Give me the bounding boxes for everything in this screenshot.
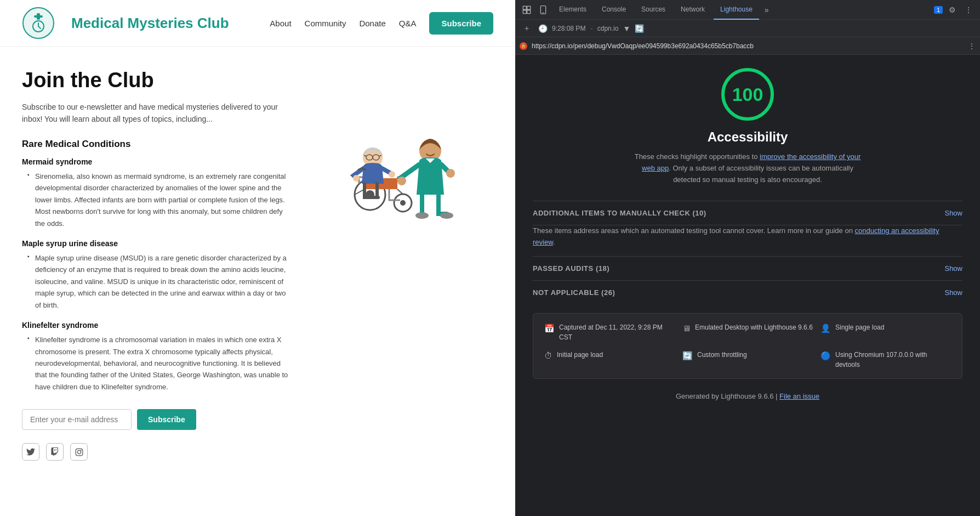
condition-title-maple: Maple syrup urine disease: [22, 239, 290, 248]
footer-single-page-text: Single page load: [835, 322, 884, 332]
manual-body-text: These items address areas which an autom…: [533, 226, 855, 235]
nav-link-community[interactable]: Community: [305, 19, 346, 28]
capture-domain: cdpn.io: [597, 25, 619, 32]
svg-rect-29: [527, 6, 531, 9]
svg-point-24: [397, 177, 406, 185]
audit-show-na[interactable]: Show: [944, 288, 962, 297]
chromium-icon: 🔵: [821, 351, 831, 361]
desc-text-1: These checks highlight opportunities to: [635, 152, 760, 161]
svg-point-8: [81, 450, 82, 451]
device-toolbar-button[interactable]: [536, 3, 550, 17]
footer-item-chromium: 🔵 Using Chromium 107.0.0.0 with devtools: [821, 350, 951, 370]
site-favicon: 🔒: [520, 42, 527, 50]
subscribe-button[interactable]: Subscribe: [137, 409, 196, 430]
footer-item-captured: 📅 Captured at Dec 11, 2022, 9:28 PM CST: [544, 322, 675, 342]
nav-link-donate[interactable]: Donate: [359, 19, 385, 28]
condition-mermaid: Mermaid syndrome Sirenomelia, also known…: [22, 157, 290, 229]
condition-list-maple: Maple syrup urine disease (MSUD) is a ra…: [22, 252, 290, 311]
twitter-icon[interactable]: [22, 443, 39, 461]
twitch-icon[interactable]: [46, 443, 64, 461]
audit-row-passed[interactable]: PASSED AUDITS (18) Show: [533, 256, 962, 280]
tab-elements[interactable]: Elements: [552, 0, 593, 20]
file-issue-link[interactable]: File an issue: [779, 392, 819, 400]
site-logo: [22, 7, 55, 39]
timer-icon: ⏱: [544, 351, 552, 360]
devtools-panel: Elements Console Sources Network Lightho…: [515, 0, 980, 516]
main-content: Join the Club Subscribe to our e-newslet…: [0, 47, 515, 483]
tab-sources[interactable]: Sources: [635, 0, 672, 20]
addr-separator: -: [590, 24, 592, 33]
social-icons: [22, 443, 290, 461]
score-circle: 100: [721, 68, 774, 121]
svg-rect-6: [76, 449, 83, 456]
desktop-icon: 🖥: [682, 324, 691, 333]
settings-button[interactable]: ⚙: [945, 3, 959, 17]
hero-illustration: [312, 69, 477, 222]
footer-item-throttling: 🔄 Custom throttling: [682, 350, 813, 370]
lighthouse-footer: 📅 Captured at Dec 11, 2022, 9:28 PM CST …: [533, 313, 962, 379]
generated-by-text: Generated by Lighthouse 9.6.6 |: [676, 392, 779, 400]
addr-clear-icon[interactable]: 🔄: [635, 24, 644, 33]
condition-list-klinefelter: Klinefelter syndrome is a chromosomal va…: [22, 334, 290, 393]
condition-maple: Maple syrup urine disease Maple syrup ur…: [22, 239, 290, 311]
clock-icon: 🕘: [538, 24, 548, 33]
condition-desc-maple: Maple syrup urine disease (MSUD) is a ra…: [27, 252, 290, 311]
tab-lighthouse[interactable]: Lighthouse: [714, 0, 759, 20]
speed-icon: 🔄: [682, 351, 693, 361]
audit-row-manual[interactable]: ADDITIONAL ITEMS TO MANUALLY CHECK (10) …: [533, 201, 962, 225]
svg-rect-30: [523, 10, 526, 13]
nav-subscribe-button[interactable]: Subscribe: [429, 12, 493, 35]
audit-label-passed: PASSED AUDITS (18): [533, 264, 609, 273]
svg-point-25: [446, 169, 455, 178]
website-panel: Medical Mysteries Club About Community D…: [0, 0, 515, 516]
footer-captured-text: Captured at Dec 11, 2022, 9:28 PM CST: [559, 322, 675, 342]
nav-link-qa[interactable]: Q&A: [399, 19, 417, 28]
navigation: Medical Mysteries Club About Community D…: [0, 0, 515, 47]
condition-title-mermaid: Mermaid syndrome: [22, 157, 290, 166]
footer-emulated-text: Emulated Desktop with Lighthouse 9.6.6: [695, 322, 813, 332]
footer-item-initial-load: ⏱ Initial page load: [544, 350, 675, 370]
footer-initial-text: Initial page load: [557, 350, 603, 360]
svg-rect-28: [523, 6, 526, 9]
inspect-element-button[interactable]: [520, 3, 534, 17]
tab-console[interactable]: Console: [595, 0, 633, 20]
audit-show-manual[interactable]: Show: [944, 209, 962, 217]
more-tabs-button[interactable]: »: [761, 5, 772, 14]
capture-time: 9:28:08 PM: [552, 25, 585, 32]
person-icon: 👤: [821, 324, 831, 333]
desc-text-2: . Only a subset of accessibility issues …: [669, 164, 853, 184]
footer-item-single-page: 👤 Single page load: [821, 322, 951, 342]
email-input[interactable]: [22, 409, 132, 430]
footer-chromium-text: Using Chromium 107.0.0.0 with devtools: [835, 350, 951, 370]
site-title: Medical Mysteries Club: [71, 15, 259, 32]
calendar-icon: 📅: [544, 324, 555, 333]
new-tab-button[interactable]: ＋: [520, 21, 534, 36]
nav-link-about[interactable]: About: [270, 19, 291, 28]
condition-title-klinefelter: Klinefelter syndrome: [22, 321, 290, 330]
audit-show-passed[interactable]: Show: [944, 264, 962, 273]
intro-text: Subscribe to our e-newsletter and have m…: [22, 101, 290, 126]
tab-network[interactable]: Network: [674, 0, 711, 20]
current-url: https://cdpn.io/pen/debug/VwdOaqp/ee0945…: [532, 42, 964, 50]
svg-point-21: [353, 175, 360, 182]
manual-check-body: These items address areas which an autom…: [533, 225, 962, 256]
audit-row-na[interactable]: NOT APPLICABLE (26) Show: [533, 280, 962, 304]
page-title: Join the Club: [22, 69, 290, 92]
more-options-button[interactable]: ⋮: [961, 3, 976, 17]
tab-badge: 1: [934, 6, 943, 14]
audit-sections: ADDITIONAL ITEMS TO MANUALLY CHECK (10) …: [533, 201, 962, 304]
footer-throttling-text: Custom throttling: [697, 350, 747, 360]
devtools-toolbar: Elements Console Sources Network Lightho…: [515, 0, 980, 20]
lighthouse-content: 100 Accessibility These checks highlight…: [515, 55, 980, 516]
instagram-icon[interactable]: [70, 443, 88, 461]
devtools-address-bar: ＋ 🕘 9:28:08 PM - cdpn.io ▼ 🔄: [515, 20, 980, 37]
svg-point-22: [389, 171, 395, 178]
footer-item-emulated: 🖥 Emulated Desktop with Lighthouse 9.6.6: [682, 322, 813, 342]
audit-label-manual: ADDITIONAL ITEMS TO MANUALLY CHECK (10): [533, 209, 706, 217]
nav-links: About Community Donate Q&A Subscribe: [270, 12, 493, 35]
toolbar-right: 1 ⚙ ⋮: [934, 3, 976, 17]
devtools-url-bar: 🔒 https://cdpn.io/pen/debug/VwdOaqp/ee09…: [515, 37, 980, 55]
url-menu-button[interactable]: ⋮: [968, 42, 976, 50]
section-title: Rare Medical Conditions: [22, 139, 290, 150]
svg-point-27: [440, 212, 453, 219]
